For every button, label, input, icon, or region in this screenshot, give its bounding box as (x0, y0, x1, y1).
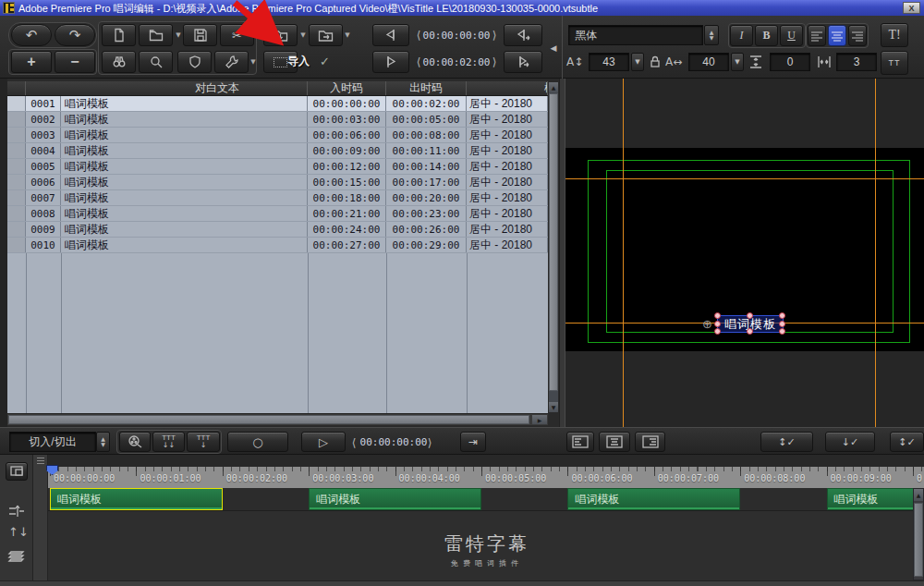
table-row[interactable]: 0008 唱词模板 00:00:21:00 00:00:23:00 居中 - 2… (7, 206, 548, 222)
bold-button[interactable]: B (755, 25, 778, 46)
in-tc-prev-chevron[interactable]: ⟨ (414, 27, 423, 43)
apply-all-titles-button[interactable]: TTT↓↓ (152, 432, 185, 452)
undo-button[interactable]: ↶ (11, 24, 52, 46)
table-horizontal-scrollbar[interactable]: ▶ (7, 413, 548, 425)
in-timecode-cell[interactable]: 00:00:03:00 (308, 112, 386, 127)
out-timecode[interactable]: 00:00:02:00 (427, 54, 486, 70)
save-button[interactable] (183, 24, 217, 46)
mode-spinner[interactable]: ▲▼ (96, 432, 110, 452)
dialogue-cell[interactable]: 唱词模板 (61, 206, 308, 221)
out-timecode-cell[interactable]: 00:00:11:00 (386, 143, 467, 158)
dialogue-cell[interactable]: 唱词模板 (61, 159, 308, 174)
timeline-clip[interactable]: 唱词模板 (50, 488, 223, 510)
import-button[interactable] (263, 24, 298, 46)
table-row[interactable]: 0007 唱词模板 00:00:18:00 00:00:20:00 居中 - 2… (7, 190, 548, 206)
out-timecode-cell[interactable]: 00:00:26:00 (386, 222, 467, 237)
export-button[interactable] (309, 24, 343, 46)
reel-preview-button[interactable] (119, 432, 151, 452)
remove-row-button[interactable]: − (55, 51, 95, 73)
timeline-ruler[interactable]: 00:00:00:0000:00:01:0000:00:02:0000:00:0… (48, 467, 924, 488)
timeline-clip[interactable]: 唱词模板 (309, 488, 481, 510)
out-timecode-cell[interactable]: 00:00:17:00 (386, 175, 467, 189)
dialogue-cell[interactable]: 唱词模板 (61, 112, 308, 127)
out-timecode-cell[interactable]: 00:00:14:00 (386, 159, 467, 174)
insert-track-icon[interactable] (7, 503, 26, 519)
template-cell[interactable]: 居中 - 20180 (467, 190, 548, 205)
align-center-button[interactable] (828, 25, 846, 46)
set-in-button[interactable] (504, 24, 542, 46)
redo-button[interactable]: ↷ (55, 24, 95, 46)
table-row[interactable]: 0009 唱词模板 00:00:24:00 00:00:26:00 居中 - 2… (7, 222, 548, 238)
scroll-down-arrow[interactable]: ▼ (549, 402, 558, 412)
timeline-clip[interactable]: 唱词模板 (827, 488, 924, 510)
collapse-panel-arrow[interactable]: ◀ (549, 36, 558, 60)
dialogue-cell[interactable]: 唱词模板 (61, 175, 308, 189)
dialogue-cell[interactable]: 唱词模板 (61, 238, 308, 252)
scroll-up-arrow[interactable]: ▲ (549, 82, 558, 92)
italic-button[interactable]: I (730, 25, 753, 46)
selection-handle[interactable] (747, 328, 753, 335)
in-timecode-cell[interactable]: 00:00:09:00 (308, 143, 386, 158)
export-dropdown-caret[interactable]: ▼ (344, 29, 351, 42)
selection-handle[interactable] (747, 312, 753, 319)
timeline-vertical-scrollbar[interactable]: ▲ (913, 488, 924, 580)
header-in-timecode[interactable]: 入时码 (308, 81, 386, 95)
dialogue-cell[interactable]: 唱词模板 (61, 222, 308, 237)
in-timecode-cell[interactable]: 00:00:18:00 (308, 190, 386, 205)
char-spacing-field[interactable]: 3 (836, 53, 877, 71)
font-size-dropdown[interactable]: ▼ (631, 53, 644, 71)
out-timecode-cell[interactable]: 00:00:02:00 (386, 96, 467, 111)
selection-handle[interactable] (779, 321, 785, 327)
mode-select[interactable]: 切入/切出 (9, 432, 96, 452)
apply-vertical-button[interactable]: ↕✓ (760, 432, 813, 452)
scroll-thumb[interactable] (914, 503, 923, 577)
template-cell[interactable]: 居中 - 20180 (467, 112, 548, 127)
zoom-button[interactable] (139, 51, 173, 73)
template-cell[interactable]: 居中 - 20180 (467, 175, 548, 189)
record-button[interactable]: ○ (227, 432, 288, 452)
row-handle[interactable] (7, 238, 26, 252)
row-handle[interactable] (7, 112, 26, 127)
playback-timecode[interactable]: 00:00:00:00 (366, 435, 421, 449)
monitor-toggle-button[interactable] (6, 462, 28, 481)
template-cell[interactable]: 居中 - 20180 (467, 222, 548, 237)
char-width-field[interactable]: 40 (688, 53, 729, 71)
header-out-timecode[interactable]: 出时码 (386, 81, 467, 95)
template-cell[interactable]: 居中 - 20180 (467, 159, 548, 174)
row-handle[interactable] (7, 128, 26, 142)
table-row[interactable]: 0003 唱词模板 00:00:06:00 00:00:08:00 居中 - 2… (7, 128, 548, 143)
template-cell[interactable]: 居中 - 20180 (467, 206, 548, 221)
out-tc-next-chevron[interactable]: ⟩ (490, 54, 499, 70)
panel-splitter[interactable] (559, 79, 565, 427)
hscroll-thumb[interactable] (8, 415, 529, 424)
subtitle-track[interactable]: 唱词模板唱词模板唱词模板唱词模板 (48, 488, 924, 511)
settings-button[interactable] (214, 51, 249, 73)
close-button[interactable]: X (903, 2, 920, 14)
font-size-field[interactable]: 43 (589, 53, 629, 71)
underline-button[interactable]: U (780, 25, 803, 46)
position-left-button[interactable] (566, 432, 594, 452)
table-row[interactable]: 0005 唱词模板 00:00:12:00 00:00:14:00 居中 - 2… (7, 159, 548, 175)
cut-button[interactable]: ✂ (220, 24, 254, 46)
goto-in-button[interactable] (372, 24, 409, 46)
in-timecode-cell[interactable]: 00:00:24:00 (308, 222, 386, 237)
selection-handle[interactable] (714, 321, 721, 327)
font-select[interactable]: 黑体 (568, 25, 703, 45)
import-dropdown-caret[interactable]: ▼ (299, 29, 307, 42)
font-spinner[interactable]: ▲▼ (704, 25, 719, 45)
timeline-clip[interactable]: 唱词模板 (567, 488, 740, 510)
row-handle[interactable] (7, 190, 26, 205)
out-timecode-cell[interactable]: 00:00:05:00 (386, 112, 467, 127)
open-file-button[interactable] (139, 24, 173, 46)
timeline-bottom-scroll[interactable] (0, 580, 924, 586)
out-timecode-cell[interactable]: 00:00:23:00 (386, 206, 467, 221)
scroll-thumb[interactable] (549, 93, 558, 391)
align-right-button[interactable] (848, 25, 867, 46)
header-dialogue[interactable]: 对白文本 (26, 81, 308, 95)
find-button[interactable] (102, 51, 136, 73)
text-style-button[interactable]: T! (881, 23, 908, 47)
anchor-icon[interactable]: ⊕ (702, 317, 712, 331)
selection-handle[interactable] (779, 312, 785, 319)
step-button[interactable]: ⇥ (460, 432, 486, 452)
play-button[interactable]: ▷ (301, 432, 346, 452)
